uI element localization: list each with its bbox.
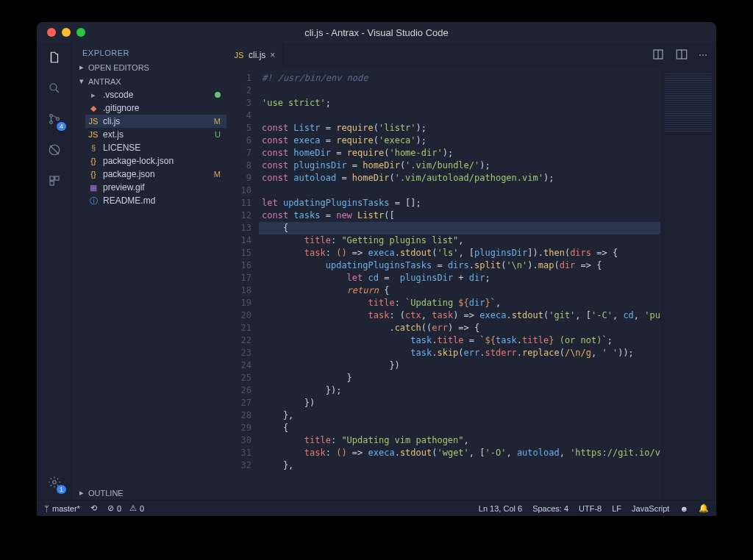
sync-button[interactable]: ⟲ <box>90 503 97 513</box>
git-status: U <box>215 130 221 139</box>
file-ext-js[interactable]: JSext.jsU <box>85 128 226 141</box>
workbench: 4 1 EXPLORER ▸OPEN EDITORS ▾ANTRAX ▸.vsc… <box>37 43 716 500</box>
lic-file-icon: § <box>88 143 99 153</box>
language-mode[interactable]: JavaScript <box>632 503 669 513</box>
open-editors-section[interactable]: ▸OPEN EDITORS <box>72 60 226 74</box>
js-file-icon: JS <box>88 116 99 126</box>
git-status: M <box>214 170 221 179</box>
close-window-icon[interactable] <box>47 28 56 37</box>
explorer-icon[interactable] <box>46 49 63 66</box>
svg-point-0 <box>50 84 57 90</box>
window-title: cli.js - Antrax - Visual Studio Code <box>37 27 716 38</box>
chevron-right-icon: ▸ <box>79 62 85 72</box>
editor-area: JS cli.js × ⋯ 12345678910111213141516171… <box>226 43 716 500</box>
problems[interactable]: ⊘0 ⚠0 <box>107 503 144 513</box>
zoom-window-icon[interactable] <box>76 28 85 37</box>
status-bar: ᛘmaster* ⟲ ⊘0 ⚠0 Ln 13, Col 6 Spaces: 4 … <box>37 500 716 516</box>
file-cli-js[interactable]: JScli.jsM <box>85 115 226 128</box>
editor-actions: ⋯ <box>652 43 716 68</box>
minimize-window-icon[interactable] <box>62 28 71 37</box>
settings-badge: 1 <box>57 485 66 494</box>
file-name: .vscode <box>103 90 133 100</box>
code-content[interactable]: #! /usr/bin/env node 'use strict'; const… <box>259 68 660 500</box>
git-file-icon: ◆ <box>88 103 99 113</box>
scm-badge: 4 <box>57 122 66 131</box>
git-branch[interactable]: ᛘmaster* <box>44 504 80 513</box>
file-name: README.md <box>103 195 155 206</box>
svg-rect-6 <box>55 176 59 180</box>
notifications-icon[interactable]: 🔔 <box>699 503 709 513</box>
file-package-lock-json[interactable]: {}package-lock.json <box>85 154 226 168</box>
img-file-icon: ▦ <box>88 182 99 193</box>
feedback-icon[interactable]: ☻ <box>679 503 688 513</box>
file--vscode[interactable]: ▸.vscode <box>85 88 226 101</box>
code-area[interactable]: 1234567891011121314151617181920212223242… <box>226 68 716 500</box>
split-editor-icon[interactable] <box>675 48 688 63</box>
file-LICENSE[interactable]: §LICENSE <box>85 141 226 154</box>
file-name: package-lock.json <box>103 156 174 166</box>
cursor-position[interactable]: Ln 13, Col 6 <box>479 503 522 513</box>
error-icon: ⊘ <box>107 503 114 513</box>
encoding[interactable]: UTF-8 <box>579 503 602 513</box>
activity-bar: 4 1 <box>37 43 72 500</box>
json-file-icon: {} <box>88 169 99 179</box>
file-name: .gitignore <box>103 103 139 113</box>
warning-icon: ⚠ <box>129 503 137 513</box>
git-status: M <box>214 117 221 126</box>
file-name: ext.js <box>103 129 124 140</box>
search-icon[interactable] <box>46 79 63 97</box>
open-changes-icon[interactable] <box>652 48 665 63</box>
branch-icon: ᛘ <box>44 504 49 513</box>
project-section[interactable]: ▾ANTRAX <box>72 74 226 88</box>
file-README-md[interactable]: ⓘREADME.md <box>85 194 226 207</box>
file-tree: ▸.vscode◆.gitignoreJScli.jsMJSext.jsU§LI… <box>72 88 226 207</box>
eol[interactable]: LF <box>612 503 621 513</box>
svg-point-8 <box>53 481 57 484</box>
debug-icon[interactable] <box>46 141 63 159</box>
tab-label: cli.js <box>249 50 265 60</box>
file-name: preview.gif <box>103 182 145 193</box>
js-file-icon: JS <box>234 50 244 60</box>
line-gutter: 1234567891011121314151617181920212223242… <box>226 68 259 500</box>
close-tab-icon[interactable]: × <box>270 50 275 60</box>
more-actions-icon[interactable]: ⋯ <box>699 50 707 60</box>
svg-rect-7 <box>50 182 54 185</box>
svg-point-3 <box>57 118 60 121</box>
js-file-icon: JS <box>88 129 99 140</box>
extensions-icon[interactable] <box>46 172 63 190</box>
file-name: LICENSE <box>103 143 140 153</box>
tab-cli-js[interactable]: JS cli.js × <box>226 43 283 68</box>
file-package-json[interactable]: {}package.jsonM <box>85 168 226 181</box>
traffic-lights <box>37 28 85 37</box>
sidebar: EXPLORER ▸OPEN EDITORS ▾ANTRAX ▸.vscode◆… <box>72 43 226 500</box>
json-file-icon: {} <box>88 156 99 166</box>
file-preview-gif[interactable]: ▦preview.gif <box>85 181 226 194</box>
svg-point-2 <box>50 121 53 124</box>
sync-icon: ⟲ <box>90 503 97 513</box>
file-name: cli.js <box>103 116 120 126</box>
chevron-down-icon: ▾ <box>79 76 85 86</box>
md-file-icon: ⓘ <box>88 195 99 206</box>
folder-file-icon: ▸ <box>88 90 99 100</box>
svg-point-1 <box>50 115 53 118</box>
chevron-right-icon: ▸ <box>79 488 85 498</box>
titlebar: cli.js - Antrax - Visual Studio Code <box>37 22 716 43</box>
indentation[interactable]: Spaces: 4 <box>532 503 568 513</box>
file-name: package.json <box>103 169 155 179</box>
settings-gear-icon[interactable]: 1 <box>46 473 63 491</box>
source-control-icon[interactable]: 4 <box>46 110 63 128</box>
sidebar-title: EXPLORER <box>72 43 226 60</box>
vscode-window: cli.js - Antrax - Visual Studio Code 4 1… <box>37 22 716 516</box>
file--gitignore[interactable]: ◆.gitignore <box>85 101 226 115</box>
modified-dot-icon <box>215 92 221 98</box>
svg-rect-5 <box>50 176 54 180</box>
minimap[interactable] <box>660 68 716 500</box>
tab-bar: JS cli.js × ⋯ <box>226 43 716 68</box>
outline-section[interactable]: ▸OUTLINE <box>72 486 226 500</box>
